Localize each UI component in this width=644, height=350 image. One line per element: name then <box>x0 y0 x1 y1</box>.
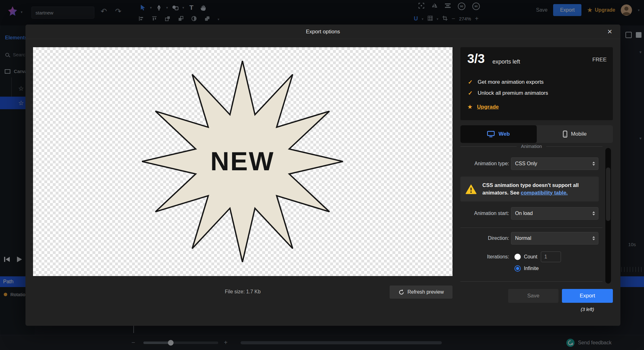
exports-left-note: (3 left) <box>562 307 613 312</box>
plan-info-card: 3/3 exports left FREE ✓ Get more animati… <box>460 47 613 120</box>
count-radio[interactable] <box>514 254 521 260</box>
check-icon: ✓ <box>468 90 473 97</box>
star-shape-preview: NEW <box>131 50 354 273</box>
animation-start-value: On load <box>515 211 533 216</box>
stepper-icon <box>592 236 595 240</box>
benefit-label: Get more animation exports <box>478 79 544 85</box>
tab-web-label: Web <box>498 131 510 137</box>
section-title: Animation <box>517 143 547 150</box>
section-divider <box>460 281 602 282</box>
css-warning-banner: CSS animation type doesn't support all a… <box>460 177 599 201</box>
direction-select[interactable]: Normal <box>511 232 598 245</box>
tab-mobile-label: Mobile <box>571 131 587 137</box>
export-settings-panel: 3/3 exports left FREE ✓ Get more animati… <box>460 25 613 326</box>
warning-icon <box>465 184 477 194</box>
animation-start-select[interactable]: On load <box>511 207 598 220</box>
iterations-label: Iterations: <box>460 254 509 260</box>
plan-benefit: ✓ Unlock all premium animators <box>468 90 548 97</box>
plan-badge: FREE <box>592 57 607 63</box>
export-preview-canvas: NEW <box>33 47 452 276</box>
star-icon: ★ <box>467 103 473 110</box>
refresh-preview-label: Refresh preview <box>408 289 444 295</box>
animation-type-select[interactable]: CSS Only <box>511 157 598 170</box>
animation-type-value: CSS Only <box>515 161 537 167</box>
monitor-icon <box>487 131 495 137</box>
upgrade-row: ★ Upgrade <box>467 103 499 110</box>
scrollbar-thumb[interactable] <box>606 167 610 221</box>
warning-text: CSS animation type doesn't support all a… <box>482 182 593 196</box>
settings-scrollbar[interactable] <box>605 148 611 284</box>
section-title-row: Animation <box>460 143 602 150</box>
infinite-option-label: Infinite <box>524 265 539 272</box>
animation-type-label: Animation type: <box>460 161 509 167</box>
tab-mobile[interactable]: Mobile <box>537 125 613 143</box>
compatibility-table-link[interactable]: compatibility table. <box>521 190 568 195</box>
refresh-icon <box>398 289 404 295</box>
animation-settings: Animation Animation type: CSS Only CSS a… <box>460 143 613 283</box>
section-divider <box>460 228 602 228</box>
phone-icon <box>563 131 567 138</box>
stepper-icon <box>592 162 595 166</box>
stepper-icon <box>592 212 595 216</box>
modal-export-button[interactable]: Export <box>562 289 613 303</box>
count-option-label: Count <box>524 254 537 260</box>
tab-web[interactable]: Web <box>460 125 537 143</box>
export-options-modal: Export options × NEW File size: 1.7 Kb R… <box>25 25 620 326</box>
exports-count-label: exports left <box>492 59 520 65</box>
count-input[interactable]: 1 <box>541 251 561 262</box>
modal-save-button[interactable]: Save <box>508 289 558 303</box>
upgrade-link[interactable]: Upgrade <box>477 104 499 110</box>
exports-count: 3/3 <box>467 52 485 66</box>
shape-text: NEW <box>210 147 275 176</box>
platform-tabs: Web Mobile <box>460 125 613 143</box>
direction-label: Direction: <box>460 235 509 241</box>
direction-value: Normal <box>515 235 531 241</box>
infinite-radio[interactable] <box>514 265 521 272</box>
plan-benefit: ✓ Get more animation exports <box>468 79 544 86</box>
check-icon: ✓ <box>468 79 473 86</box>
benefit-label: Unlock all premium animators <box>478 90 548 96</box>
refresh-preview-button[interactable]: Refresh preview <box>390 285 452 299</box>
animation-start-label: Animation start: <box>460 210 509 217</box>
